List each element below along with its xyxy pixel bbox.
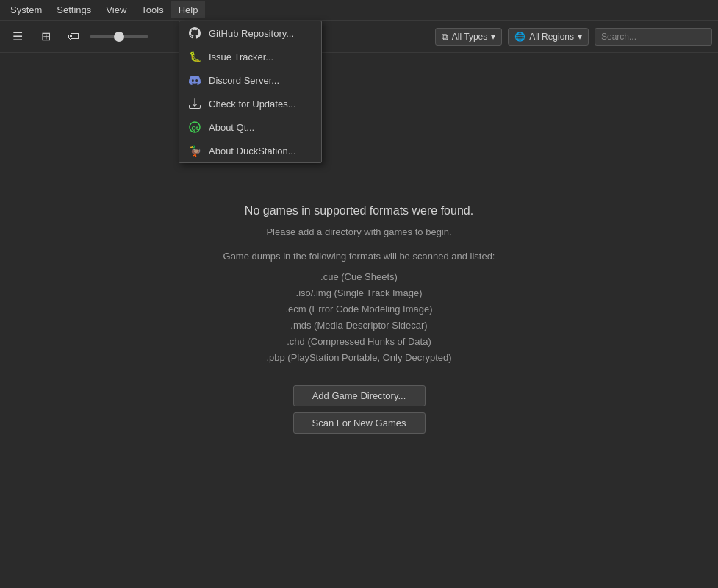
format-pbp: .pbp (PlayStation Portable, Only Decrypt…	[266, 350, 451, 366]
types-chevron-icon: ▾	[491, 32, 495, 42]
types-filter-label: All Types	[452, 32, 487, 42]
qt-icon: Qt	[188, 121, 201, 134]
filter-icon: ⧉	[442, 32, 448, 42]
menu-settings[interactable]: Settings	[49, 1, 98, 18]
discord-label: Discord Server...	[209, 75, 279, 86]
types-filter[interactable]: ⧉ All Types ▾	[435, 28, 502, 46]
scan-for-new-games-button[interactable]: Scan For New Games	[293, 412, 426, 434]
no-games-title: No games in supported formats were found…	[245, 204, 473, 218]
about-qt-label: About Qt...	[209, 122, 254, 133]
format-chd: .chd (Compressed Hunks of Data)	[266, 334, 451, 350]
format-ecm: .ecm (Error Code Modeling Image)	[266, 301, 451, 318]
menu-help[interactable]: Help	[171, 1, 206, 18]
discord-icon	[188, 74, 201, 87]
format-iso: .iso/.img (Single Track Image)	[266, 285, 451, 301]
list-view-button[interactable]: ☰	[6, 25, 29, 49]
format-cue: .cue (Cue Sheets)	[266, 269, 451, 285]
grid-view-button[interactable]: ⊞	[34, 25, 57, 49]
issue-label: Issue Tracker...	[209, 51, 273, 62]
check-updates-item[interactable]: Check for Updates...	[179, 92, 321, 115]
about-duckstation-label: About DuckStation...	[209, 146, 296, 157]
add-directory-hint: Please add a directory with games to beg…	[266, 226, 451, 237]
regions-chevron-icon: ▾	[578, 32, 582, 42]
issue-tracker-item[interactable]: 🐛 Issue Tracker...	[179, 45, 321, 68]
download-icon	[188, 97, 201, 110]
svg-text:Qt: Qt	[192, 125, 198, 132]
formats-list: .cue (Cue Sheets) .iso/.img (Single Trac…	[266, 269, 451, 367]
discord-server-item[interactable]: Discord Server...	[179, 68, 321, 92]
tag-button[interactable]: 🏷	[62, 25, 85, 49]
globe-icon: 🌐	[514, 32, 525, 42]
menu-system[interactable]: System	[3, 1, 49, 18]
toolbar: ☰ ⊞ 🏷 ⧉ All Types ▾ 🌐 All Regions ▾	[0, 21, 718, 53]
add-game-directory-button[interactable]: Add Game Directory...	[293, 385, 426, 406]
about-duckstation-item[interactable]: 🦆 About DuckStation...	[179, 139, 321, 162]
formats-description: Game dumps in the following formats will…	[223, 251, 495, 262]
help-dropdown-menu: GitHub Repository... 🐛 Issue Tracker... …	[179, 21, 322, 163]
menu-bar: System Settings View Tools Help	[0, 0, 718, 21]
about-qt-item[interactable]: Qt About Qt...	[179, 115, 321, 139]
search-input[interactable]	[595, 28, 712, 46]
github-repository-item[interactable]: GitHub Repository...	[179, 21, 321, 45]
main-content: No games in supported formats were found…	[0, 53, 718, 588]
github-label: GitHub Repository...	[209, 28, 294, 39]
menu-view[interactable]: View	[98, 1, 134, 18]
zoom-slider[interactable]	[90, 35, 148, 38]
duck-icon: 🦆	[188, 144, 201, 157]
github-icon	[188, 26, 201, 40]
bug-icon: 🐛	[188, 50, 201, 63]
filter-bar: ⧉ All Types ▾ 🌐 All Regions ▾	[435, 28, 712, 46]
menu-tools[interactable]: Tools	[134, 1, 170, 18]
regions-filter[interactable]: 🌐 All Regions ▾	[508, 28, 589, 46]
check-updates-label: Check for Updates...	[209, 98, 296, 110]
format-mds: .mds (Media Descriptor Sidecar)	[266, 318, 451, 334]
regions-filter-label: All Regions	[529, 32, 574, 42]
